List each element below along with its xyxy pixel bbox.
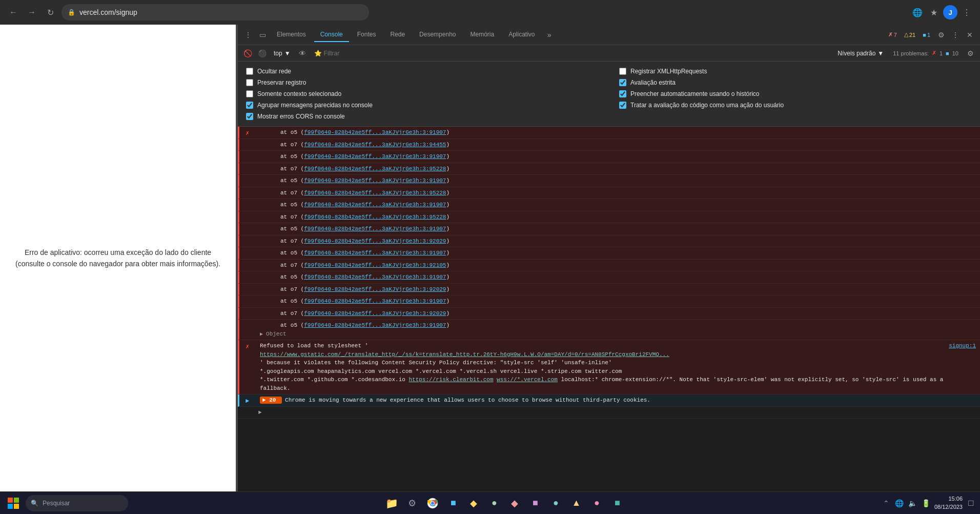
- somente-contexto-checkbox[interactable]: [246, 90, 253, 97]
- network-icon[interactable]: 🌐: [894, 498, 905, 508]
- file-link-16[interactable]: f99f0640-828b42ae5ff...3aKJVjrGe3h:3:920…: [304, 310, 446, 317]
- tratar-avaliacao-checkbox[interactable]: [619, 102, 626, 109]
- file-link-12[interactable]: f99f0640-828b42ae5ff...3aKJVjrGe3h:3:921…: [304, 262, 446, 268]
- volume-icon[interactable]: 🔈: [908, 498, 918, 508]
- profile-button[interactable]: J: [943, 5, 957, 19]
- taskbar-app-task9[interactable]: ●: [587, 494, 606, 512]
- registrar-xml-checkbox[interactable]: [619, 68, 626, 75]
- clear-console-icon[interactable]: 🚫: [242, 48, 253, 59]
- back-button[interactable]: ←: [6, 5, 21, 19]
- file-link-4[interactable]: f99f0640-828b42ae5ff...3aKJVjrGe3h:3:952…: [304, 166, 446, 172]
- file-link-7[interactable]: f99f0640-828b42ae5ff...3aKJVjrGe3h:3:919…: [304, 202, 446, 208]
- file-link-5[interactable]: f99f0640-828b42ae5ff...3aKJVjrGe3h:3:919…: [304, 177, 446, 184]
- taskbar-app-task2[interactable]: ■: [444, 494, 462, 512]
- svg-point-7: [431, 502, 434, 505]
- taskbar-search-box[interactable]: 🔍 Pesquisar: [26, 495, 128, 511]
- notifications-icon[interactable]: ☐: [966, 498, 976, 508]
- system-clock[interactable]: 15:06 08/12/2023: [934, 495, 963, 511]
- mostrar-erros-cors-checkbox[interactable]: [246, 113, 253, 120]
- translate-icon[interactable]: 🌐: [910, 5, 925, 19]
- tab-console[interactable]: Console: [314, 28, 349, 42]
- start-button[interactable]: [4, 494, 23, 512]
- settings-icon[interactable]: ⚙: [935, 29, 947, 41]
- app-error-message: Erro de aplicativo: ocorreu uma exceção …: [10, 247, 226, 270]
- object-expand[interactable]: Object: [260, 331, 287, 337]
- ocultar-rede-checkbox[interactable]: [246, 68, 253, 75]
- avaliacao-estrita-checkbox[interactable]: [619, 79, 626, 86]
- tab-fontes[interactable]: Fontes: [351, 28, 382, 42]
- close-devtools-icon[interactable]: ✕: [964, 29, 976, 41]
- file-link-13[interactable]: f99f0640-828b42ae5ff...3aKJVjrGe3h:3:919…: [304, 274, 446, 280]
- file-link-1[interactable]: f99f0640-828b42ae5ff...3aKJVjrGe3h:3:919…: [304, 129, 446, 135]
- console-output[interactable]: ✗ at o5 (f99f0640-828b42ae5ff...3aKJVjrG…: [238, 127, 980, 491]
- windows-logo-icon: [8, 498, 19, 509]
- eye-icon[interactable]: 👁: [297, 48, 308, 59]
- taskbar-app-settings[interactable]: ⚙: [403, 494, 421, 512]
- taskbar-app-task6[interactable]: ■: [526, 494, 544, 512]
- agrupar-mensagens-checkbox[interactable]: [246, 102, 253, 109]
- mostrar-erros-cors-label: Mostrar erros CORS no console: [257, 113, 345, 120]
- tab-desempenho[interactable]: Desempenho: [413, 28, 462, 42]
- count-badge: ► 20: [260, 397, 282, 404]
- preencher-auto-checkbox[interactable]: [619, 90, 626, 97]
- file-link-11[interactable]: f99f0640-828b42ae5ff...3aKJVjrGe3h:3:919…: [304, 250, 446, 256]
- tab-aplicativo[interactable]: Aplicativo: [502, 28, 541, 42]
- console-entry-refused-stylesheet: ✗ Refused to load the stylesheet ' signu…: [238, 340, 980, 394]
- console-entry-stack-14: at o7 (f99f0640-828b42ae5ff...3aKJVjrGe3…: [238, 284, 980, 296]
- devtools-more-icon[interactable]: ⋮: [949, 29, 962, 41]
- console-gear-icon[interactable]: ⚙: [965, 48, 976, 59]
- clearbit-link[interactable]: https://risk.clearbit.com: [409, 377, 493, 383]
- tab-elementos[interactable]: Elementos: [271, 28, 312, 42]
- taskbar-app-files[interactable]: 📁: [382, 494, 401, 512]
- setting-agrupar-mensagens: Agrupar mensagens parecidas no console: [246, 102, 599, 109]
- systray-chevron-icon[interactable]: ⌃: [881, 498, 891, 508]
- bookmark-icon[interactable]: ★: [927, 5, 941, 19]
- stack-line-8: at o7 (f99f0640-828b42ae5ff...3aKJVjrGe3…: [260, 213, 976, 222]
- devtools-menu-icon[interactable]: ⋮: [242, 29, 254, 41]
- tab-memoria[interactable]: Memória: [464, 28, 501, 42]
- file-link-3[interactable]: f99f0640-828b42ae5ff...3aKJVjrGe3h:3:919…: [304, 153, 446, 160]
- menu-icon[interactable]: ⋮: [959, 5, 974, 19]
- console-entry-stack-16: at o7 (f99f0640-828b42ae5ff...3aKJVjrGe3…: [238, 308, 980, 320]
- problems-error-icon: ✗: [932, 50, 936, 56]
- console-entry-stack-top: ✗ at o5 (f99f0640-828b42ae5ff...3aKJVjrG…: [238, 127, 980, 139]
- taskbar-app-task10[interactable]: ■: [608, 494, 626, 512]
- file-link-2[interactable]: f99f0640-828b42ae5ff...3aKJVjrGe3h:3:944…: [304, 142, 446, 148]
- stack-line-7: at o5 (f99f0640-828b42ae5ff...3aKJVjrGe3…: [260, 201, 976, 209]
- taskbar-app-chrome[interactable]: [423, 494, 442, 512]
- file-link-6[interactable]: f99f0640-828b42ae5ff...3aKJVjrGe3h:3:952…: [304, 190, 446, 196]
- file-link-15[interactable]: f99f0640-828b42ae5ff...3aKJVjrGe3h:3:919…: [304, 298, 446, 304]
- battery-icon[interactable]: 🔋: [921, 498, 931, 508]
- refused-file-ref[interactable]: signup:1: [949, 342, 976, 350]
- tab-rede[interactable]: Rede: [384, 28, 411, 42]
- filter-icon: ⭐: [314, 50, 322, 57]
- levels-button[interactable]: Níveis padrão ▼: [834, 49, 887, 58]
- more-tabs-icon[interactable]: »: [543, 29, 556, 41]
- context-label: top: [274, 50, 282, 57]
- lock-icon: 🔒: [68, 9, 75, 16]
- cookies-msg-text: Chrome is moving towards a new experienc…: [285, 397, 650, 403]
- taskbar-apps: 📁 ⚙ ■ ◆ ● ◆ ■ ● ▲ ● ■: [382, 494, 626, 512]
- refused-url-link[interactable]: https://www.gstatic.com/_/translate_http…: [260, 351, 669, 358]
- preservar-registro-checkbox[interactable]: [246, 79, 253, 86]
- context-selector[interactable]: top ▼: [271, 49, 294, 58]
- devtools-responsive-icon[interactable]: ▭: [256, 29, 269, 41]
- file-link-8[interactable]: f99f0640-828b42ae5ff...3aKJVjrGe3h:3:952…: [304, 214, 446, 220]
- file-link-14[interactable]: f99f0640-828b42ae5ff...3aKJVjrGe3h:3:920…: [304, 286, 446, 292]
- taskbar-app-task5[interactable]: ◆: [505, 494, 524, 512]
- file-link-10[interactable]: f99f0640-828b42ae5ff...3aKJVjrGe3h:3:920…: [304, 238, 446, 244]
- vercel-wss-link[interactable]: wss://*.vercel.com: [497, 377, 558, 383]
- taskbar-app-task4[interactable]: ●: [485, 494, 503, 512]
- taskbar-app-task3[interactable]: ◆: [464, 494, 483, 512]
- filter-input[interactable]: [324, 50, 829, 57]
- file-link-9[interactable]: f99f0640-828b42ae5ff...3aKJVjrGe3h:3:919…: [304, 226, 446, 232]
- search-placeholder: Pesquisar: [43, 500, 70, 507]
- file-link-17[interactable]: f99f0640-828b42ae5ff...3aKJVjrGe3h:3:919…: [304, 322, 446, 328]
- forward-button[interactable]: →: [25, 5, 39, 19]
- stack-line-11: at o5 (f99f0640-828b42ae5ff...3aKJVjrGe3…: [260, 249, 976, 258]
- block-icon[interactable]: ⚫: [256, 48, 268, 59]
- taskbar-app-task7[interactable]: ●: [546, 494, 565, 512]
- address-bar[interactable]: 🔒 vercel.com/signup: [62, 4, 369, 21]
- taskbar-app-task8[interactable]: ▲: [567, 494, 585, 512]
- reload-button[interactable]: ↻: [43, 5, 57, 19]
